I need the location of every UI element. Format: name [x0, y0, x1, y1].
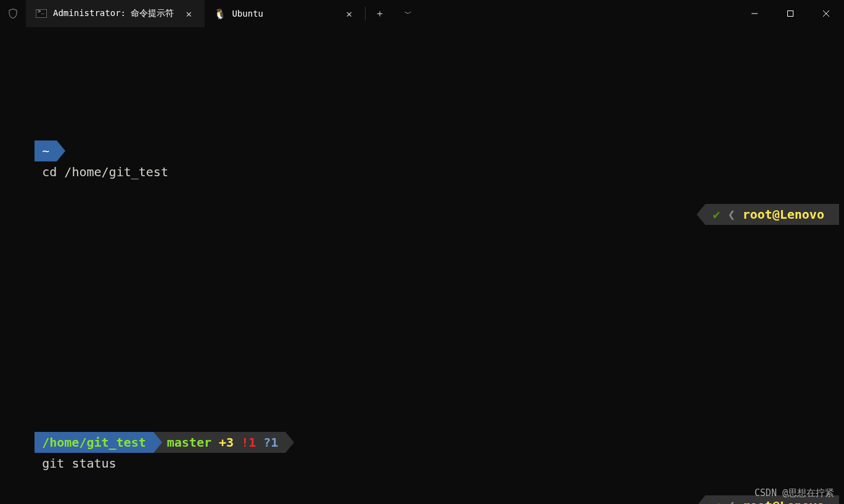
titlebar: Administrator: 命令提示符 ✕ 🐧 Ubuntu ✕ ＋ ﹀ — [0, 0, 844, 27]
git-untracked: ?1 — [263, 435, 278, 450]
ubuntu-icon: 🐧 — [215, 8, 226, 19]
tab-title: Administrator: 命令提示符 — [53, 8, 174, 19]
tab-dropdown-button[interactable]: ﹀ — [394, 0, 422, 27]
terminal[interactable]: ~ cd /home/git_test ✔ ❮ root@Lenovo /hom… — [0, 27, 844, 504]
window-controls — [737, 0, 844, 27]
command-text: git status — [35, 456, 116, 471]
maximize-button[interactable] — [772, 0, 808, 27]
chevron-left-icon — [697, 204, 705, 225]
watermark: CSDN @思想在拧紧 — [755, 487, 834, 499]
new-tab-button[interactable]: ＋ — [366, 0, 394, 27]
close-window-button[interactable] — [808, 0, 844, 27]
user-host: root@Lenovo — [743, 498, 824, 504]
prompt-line-2: /home/git_testmaster +3 !1 ?1 git status… — [5, 410, 839, 504]
tab-ubuntu[interactable]: 🐧 Ubuntu ✕ — [205, 0, 365, 27]
svg-rect-1 — [788, 11, 793, 17]
git-segment: master +3 !1 ?1 — [154, 432, 286, 453]
user-host: root@Lenovo — [743, 207, 824, 222]
close-icon[interactable]: ✕ — [340, 8, 358, 20]
branch-name: master — [167, 435, 211, 450]
chevron-left-icon — [697, 495, 705, 504]
cmd-icon — [36, 8, 47, 19]
tab-cmd[interactable]: Administrator: 命令提示符 ✕ — [26, 0, 205, 27]
right-status: ✔ ❮ root@Lenovo — [652, 182, 839, 246]
git-added: +3 — [219, 435, 234, 450]
chevron-right-icon — [285, 432, 294, 453]
path-segment: /home/git_test — [35, 432, 154, 453]
close-icon[interactable]: ✕ — [180, 8, 197, 20]
app-shield-icon — [0, 0, 26, 27]
minimize-button[interactable] — [737, 0, 772, 27]
prompt-line-1: ~ cd /home/git_test ✔ ❮ root@Lenovo — [5, 118, 839, 246]
chevron-right-icon — [154, 432, 162, 453]
home-segment: ~ — [35, 140, 57, 161]
command-text: cd /home/git_test — [35, 165, 168, 179]
git-modified: !1 — [241, 435, 256, 450]
check-icon: ✔ — [713, 498, 720, 504]
tab-title: Ubuntu — [232, 9, 263, 18]
check-icon: ✔ — [713, 207, 720, 222]
chevron-right-icon — [57, 140, 65, 161]
